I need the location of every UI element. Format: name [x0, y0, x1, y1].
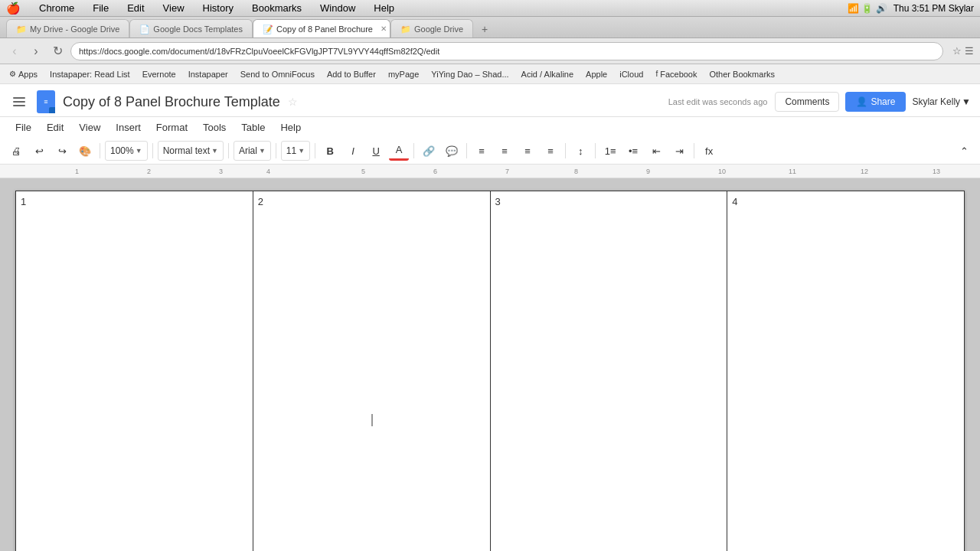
separator-2	[152, 143, 153, 158]
last-edit-status: Last edit was seconds ago	[668, 97, 768, 106]
text-cursor-container	[371, 414, 373, 426]
insert-link-button[interactable]: 🔗	[419, 141, 439, 161]
star-icon[interactable]: ☆	[288, 96, 298, 108]
docs-header: ≡ Copy of 8 Panel Brochure Template ☆ La…	[0, 84, 980, 117]
text-color-button[interactable]: A	[389, 141, 409, 161]
new-tab-button[interactable]: +	[476, 21, 493, 37]
menu-item-tools[interactable]: Tools	[197, 119, 232, 136]
svg-text:12: 12	[861, 168, 868, 175]
tab-label-4: Google Drive	[414, 24, 463, 34]
back-button[interactable]: ‹	[6, 43, 23, 60]
table-cell-3[interactable]: 3	[490, 191, 727, 552]
bookmark-buffer[interactable]: Add to Buffer	[322, 68, 381, 80]
tab-google-drive-1[interactable]: 📁 My Drive - Google Drive	[6, 19, 129, 37]
menu-item-insert[interactable]: Insert	[109, 119, 147, 136]
forward-button[interactable]: ›	[28, 43, 44, 60]
font-dropdown[interactable]: Arial ▼	[234, 141, 271, 161]
bookmark-label-10: iCloud	[619, 70, 643, 79]
bookmark-star-icon[interactable]: ☆	[952, 45, 962, 57]
bookmark-yiying[interactable]: YiYing Dao – Shad...	[426, 68, 513, 80]
numbered-list-button[interactable]: 1≡	[600, 141, 620, 161]
bookmark-icloud[interactable]: iCloud	[615, 68, 648, 80]
align-center-button[interactable]: ≡	[495, 141, 514, 161]
bookmark-facebook[interactable]: f Facebook	[651, 68, 701, 80]
insert-comment-button[interactable]: 💬	[442, 141, 462, 161]
share-button[interactable]: 👤 Share	[845, 92, 906, 112]
print-button[interactable]: 🖨	[6, 141, 26, 161]
bookmark-label-12: Other Bookmarks	[709, 70, 775, 79]
zoom-value: 100%	[110, 145, 134, 156]
bold-button[interactable]: B	[320, 141, 340, 161]
bookmark-evernote[interactable]: Evernote	[138, 68, 181, 80]
line-spacing-button[interactable]: ↕	[570, 141, 590, 161]
apple-icon[interactable]: 🍎	[6, 2, 21, 15]
formula-button[interactable]: fx	[699, 141, 719, 161]
separator-7	[466, 143, 467, 158]
bookmark-apple[interactable]: Apple	[581, 68, 612, 80]
clock: Thu 3:51 PM Skylar	[893, 3, 974, 14]
table-cell-2[interactable]: 2	[253, 191, 490, 552]
menu-view[interactable]: View	[160, 2, 188, 14]
tab-favicon-3: 📝	[263, 24, 272, 34]
svg-text:6: 6	[433, 168, 437, 175]
comments-button[interactable]: Comments	[775, 92, 839, 112]
tab-bar: 📁 My Drive - Google Drive 📄 Google Docs …	[0, 17, 980, 38]
bookmark-other[interactable]: Other Bookmarks	[704, 68, 779, 80]
tab-label-3: Copy of 8 Panel Brochure	[276, 24, 373, 34]
menu-item-help[interactable]: Help	[274, 119, 307, 136]
italic-button[interactable]: I	[343, 141, 363, 161]
url-bar[interactable]: https://docs.google.com/document/d/18vFR…	[70, 42, 943, 60]
doc-page[interactable]: 1 2 3 4	[15, 191, 965, 551]
align-justify-button[interactable]: ≡	[541, 141, 560, 161]
main-content[interactable]: 1 2 3 4	[0, 178, 980, 551]
bookmark-instapaper-read[interactable]: Instapaper: Read List	[45, 68, 135, 80]
bookmark-label-2: Evernote	[142, 70, 176, 79]
bookmark-mypage[interactable]: myPage	[384, 68, 423, 80]
tab-close-button[interactable]: ✕	[381, 24, 387, 33]
reload-button[interactable]: ↻	[49, 43, 66, 60]
menu-help[interactable]: Help	[371, 2, 397, 14]
bookmark-label-1: Instapaper: Read List	[50, 70, 130, 79]
table-cell-4[interactable]: 4	[727, 191, 965, 552]
underline-button[interactable]: U	[366, 141, 386, 161]
menu-item-view[interactable]: View	[73, 119, 106, 136]
menu-file[interactable]: File	[90, 2, 112, 14]
align-right-button[interactable]: ≡	[518, 141, 537, 161]
bookmark-omnifocus[interactable]: Send to OmniFocus	[236, 68, 319, 80]
docs-logo-icon: ≡	[37, 90, 55, 113]
bookmark-instapaper[interactable]: Instapaper	[184, 68, 233, 80]
cell-number-3: 3	[495, 196, 501, 207]
chrome-settings-icon[interactable]: ☰	[965, 45, 974, 57]
menu-item-file[interactable]: File	[9, 119, 38, 136]
font-size-dropdown[interactable]: 11 ▼	[281, 141, 310, 161]
tab-google-docs-templates[interactable]: 📄 Google Docs Templates	[129, 19, 253, 37]
tab-brochure-active[interactable]: 📝 Copy of 8 Panel Brochure ✕	[253, 19, 390, 37]
menu-bookmarks[interactable]: Bookmarks	[249, 2, 305, 14]
undo-button[interactable]: ↩	[29, 141, 49, 161]
redo-button[interactable]: ↪	[52, 141, 72, 161]
bookmark-acid[interactable]: Acid / Alkaline	[517, 68, 578, 80]
menu-item-table[interactable]: Table	[235, 119, 271, 136]
document-title[interactable]: Copy of 8 Panel Brochure Template	[63, 94, 280, 110]
hamburger-menu-icon[interactable]	[9, 92, 29, 112]
paint-format-button[interactable]: 🎨	[75, 141, 95, 161]
style-dropdown[interactable]: Normal text ▼	[158, 141, 224, 161]
zoom-dropdown[interactable]: 100% ▼	[105, 141, 148, 161]
collapse-toolbar-button[interactable]: ⌃	[954, 141, 974, 161]
menu-history[interactable]: History	[200, 2, 237, 14]
increase-indent-button[interactable]: ⇥	[669, 141, 689, 161]
menu-chrome[interactable]: Chrome	[36, 2, 77, 14]
bookmark-apps[interactable]: ⚙ Apps	[5, 68, 42, 80]
menu-item-format[interactable]: Format	[150, 119, 194, 136]
menu-edit[interactable]: Edit	[124, 2, 147, 14]
bookmark-label-6: myPage	[388, 70, 419, 79]
align-left-button[interactable]: ≡	[472, 141, 492, 161]
decrease-indent-button[interactable]: ⇤	[646, 141, 666, 161]
menu-window[interactable]: Window	[317, 2, 358, 14]
table-cell-1[interactable]: 1	[16, 191, 253, 552]
user-info[interactable]: Skylar Kelly ▼	[912, 96, 971, 107]
tab-label-2: Google Docs Templates	[153, 24, 243, 34]
bulleted-list-button[interactable]: •≡	[623, 141, 643, 161]
tab-google-drive-2[interactable]: 📁 Google Drive	[390, 19, 473, 37]
menu-item-edit[interactable]: Edit	[41, 119, 70, 136]
